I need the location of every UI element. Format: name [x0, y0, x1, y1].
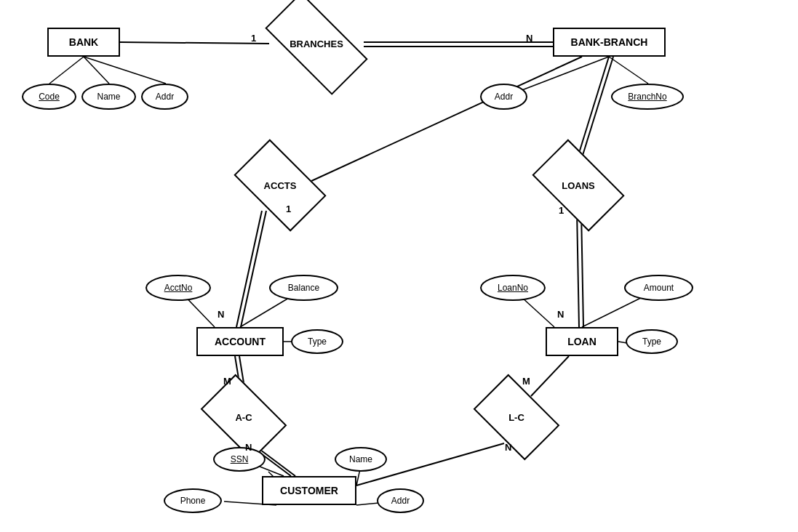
attr-bank-addr: Addr [141, 84, 188, 110]
attr-bb-addr: Addr [480, 84, 527, 110]
relationship-lc: L-C [480, 392, 553, 442]
card-bb-accts: 1 [286, 203, 291, 214]
card-lc-customer: N [505, 442, 511, 453]
card-branches-bb: N [526, 33, 532, 44]
relationship-accts: ACCTS [240, 160, 320, 211]
card-bank-branches: 1 [251, 33, 256, 44]
attr-cust-ssn: SSN [213, 447, 266, 472]
attr-cust-name: Name [335, 447, 387, 472]
card-ac-customer: N [245, 442, 252, 453]
card-account-ac: M [223, 376, 231, 387]
relationship-ac: A-C [207, 392, 280, 442]
svg-line-9 [577, 57, 609, 160]
svg-line-14 [581, 211, 583, 327]
card-loan-lc: M [522, 376, 530, 387]
svg-line-5 [84, 57, 166, 84]
svg-line-12 [241, 211, 266, 327]
attr-cust-addr: Addr [377, 488, 424, 513]
attr-loan-amount: Amount [624, 275, 693, 301]
attr-loan-loanno: LoanNo [480, 275, 546, 301]
svg-line-3 [49, 57, 84, 84]
entity-customer: CUSTOMER [262, 476, 356, 505]
relationship-loans: LOANS [538, 160, 618, 211]
relationship-branches: BRANCHES [269, 18, 364, 69]
attr-bank-name: Name [81, 84, 136, 110]
svg-line-7 [609, 57, 648, 84]
svg-line-23 [531, 356, 569, 396]
card-bb-loans: 1 [559, 205, 564, 216]
attr-bb-branchno: BranchNo [611, 84, 684, 110]
attr-acct-type: Type [291, 329, 343, 354]
er-diagram: BANK BANK-BRANCH ACCOUNT LOAN CUSTOMER B… [0, 0, 798, 532]
entity-account: ACCOUNT [196, 327, 284, 356]
svg-line-0 [120, 42, 269, 44]
svg-line-11 [236, 211, 262, 327]
attr-acct-acctno: AcctNo [145, 275, 211, 301]
diagram-lines [0, 0, 798, 532]
card-loans-loan: N [557, 309, 564, 320]
attr-bank-code: Code [22, 84, 76, 110]
entity-bank-branch: BANK-BRANCH [553, 28, 666, 57]
attr-cust-phone: Phone [164, 488, 222, 513]
attr-loan-type: Type [626, 329, 678, 354]
svg-line-10 [581, 57, 613, 160]
svg-line-4 [84, 57, 109, 84]
attr-acct-balance: Balance [269, 275, 338, 301]
entity-loan: LOAN [546, 327, 618, 356]
svg-line-13 [577, 211, 579, 327]
entity-bank: BANK [47, 28, 120, 57]
card-accts-account: N [218, 309, 224, 320]
